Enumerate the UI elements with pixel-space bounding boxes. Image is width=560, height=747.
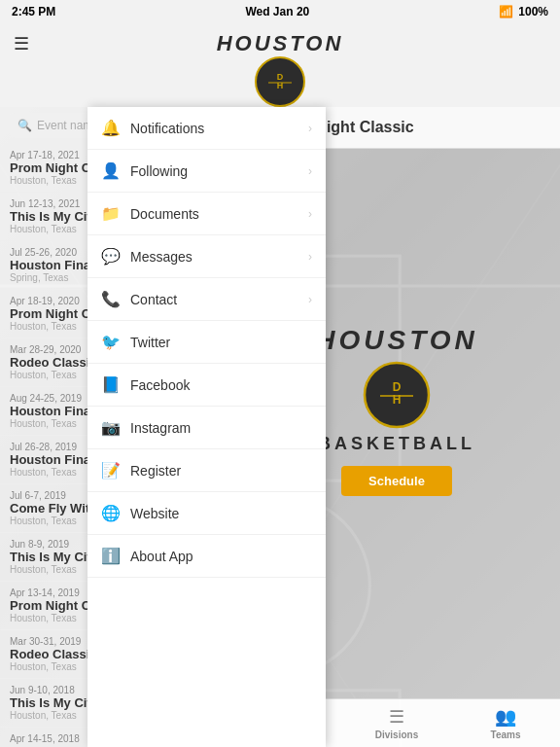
schedule-button[interactable]: Schedule	[341, 466, 452, 496]
menu-item-notifications[interactable]: 🔔 Notifications ›	[88, 107, 326, 150]
menu-contact-chevron: ›	[308, 293, 312, 306]
logo-houston-text: HOUSTON	[217, 31, 344, 56]
menu-instagram-label: Instagram	[130, 420, 191, 436]
menu-twitter-icon: 🐦	[101, 333, 121, 351]
menu-twitter-label: Twitter	[130, 335, 170, 350]
menu-item-instagram[interactable]: 📷 Instagram	[88, 407, 326, 449]
menu-register-icon: 📝	[101, 461, 121, 480]
menu-about-icon: ℹ️	[101, 547, 121, 565]
menu-documents-icon: 📁	[101, 204, 121, 223]
menu-messages-label: Messages	[130, 249, 192, 265]
panel-badge: D H	[363, 361, 431, 429]
nav-teams-icon: 👥	[495, 706, 516, 728]
status-date: Wed Jan 20	[245, 5, 309, 18]
search-icon: 🔍	[18, 119, 32, 132]
svg-text:D: D	[393, 380, 402, 394]
menu-contact-label: Contact	[130, 292, 177, 307]
menu-notifications-label: Notifications	[130, 121, 204, 136]
hamburger-button[interactable]: ☰	[14, 33, 29, 54]
menu-item-documents[interactable]: 📁 Documents ›	[88, 193, 326, 235]
nav-divisions-icon: ☰	[389, 706, 404, 728]
status-time: 2:45 PM	[12, 5, 55, 18]
menu-documents-label: Documents	[130, 206, 199, 222]
menu-following-label: Following	[130, 163, 188, 179]
menu-item-twitter[interactable]: 🐦 Twitter	[88, 321, 326, 364]
menu-item-facebook[interactable]: 📘 Facebook	[88, 364, 326, 407]
menu-facebook-label: Facebook	[130, 377, 190, 393]
menu-messages-chevron: ›	[308, 250, 312, 264]
menu-website-icon: 🌐	[101, 504, 121, 522]
wifi-icon: 📶	[499, 5, 513, 18]
menu-instagram-icon: 📷	[101, 418, 121, 437]
menu-notifications-icon: 🔔	[101, 119, 121, 137]
panel-basketball-text: BASKETBALL	[318, 434, 475, 454]
menu-about-label: About App	[130, 549, 193, 564]
svg-text:H: H	[393, 393, 402, 407]
menu-documents-chevron: ›	[308, 207, 312, 221]
menu-item-about[interactable]: ℹ️ About App	[88, 535, 326, 578]
menu-item-register[interactable]: 📝 Register	[88, 449, 326, 492]
menu-contact-icon: 📞	[101, 290, 121, 308]
menu-register-label: Register	[130, 463, 181, 479]
menu-item-website[interactable]: 🌐 Website	[88, 492, 326, 535]
logo-badge: D H	[255, 56, 305, 107]
menu-following-chevron: ›	[308, 164, 312, 178]
panel-houston-text: HOUSTON	[315, 325, 478, 356]
menu-website-label: Website	[130, 506, 179, 521]
menu-following-icon: 👤	[101, 161, 121, 180]
panel-logo: HOUSTON D H BASKETBALL Schedule	[315, 325, 478, 496]
menu-facebook-icon: 📘	[101, 375, 121, 394]
menu-overlay: 🔔 Notifications › 👤 Following › 📁 Docume…	[88, 107, 326, 747]
battery-status: 100%	[518, 5, 548, 18]
nav-item-divisions[interactable]: ☰ Divisions	[342, 706, 451, 740]
menu-item-messages[interactable]: 💬 Messages ›	[88, 235, 326, 278]
menu-item-following[interactable]: 👤 Following ›	[88, 150, 326, 193]
nav-divisions-label: Divisions	[375, 729, 418, 740]
menu-notifications-chevron: ›	[308, 122, 312, 135]
status-bar: 2:45 PM Wed Jan 20 📶 100%	[0, 0, 560, 23]
nav-item-teams[interactable]: 👥 Teams	[451, 706, 560, 740]
menu-messages-icon: 💬	[101, 247, 121, 266]
nav-teams-label: Teams	[491, 729, 521, 740]
menu-item-contact[interactable]: 📞 Contact ›	[88, 278, 326, 321]
